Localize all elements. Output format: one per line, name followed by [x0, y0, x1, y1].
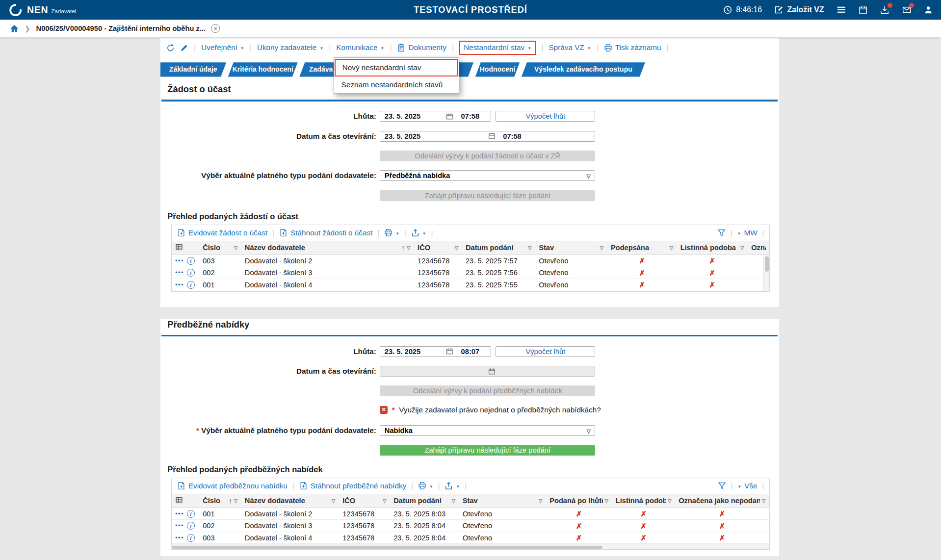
tisk-zaznamu-link[interactable]: Tisk záznamu	[604, 43, 661, 52]
row-actions-icon[interactable]	[175, 511, 184, 517]
row-actions-icon[interactable]	[175, 270, 184, 276]
filter-caret-icon[interactable]	[234, 498, 238, 504]
view-selector[interactable]: Vše	[737, 482, 757, 490]
calendar-icon[interactable]	[446, 113, 456, 120]
komunikace-menu[interactable]: Komunikace	[336, 43, 384, 52]
column-header-listinna[interactable]: Listinná podoba	[677, 241, 748, 255]
menu-item-seznam-nestandardnich-stavu[interactable]: Seznam nestandardních stavů	[335, 76, 458, 93]
filter-caret-icon[interactable]	[455, 245, 459, 251]
info-icon[interactable]	[187, 257, 195, 265]
zalozit-vz-button[interactable]: Založit VZ	[775, 5, 824, 14]
table-row[interactable]: 002 Dodavatel - školení 3 12345678 23. 5…	[172, 520, 770, 532]
row-actions-icon[interactable]	[175, 535, 184, 541]
column-header-datum[interactable]: Datum podání	[390, 494, 459, 508]
tab-zakladni-udaje[interactable]: Základní údaje	[160, 62, 227, 76]
close-icon[interactable]	[211, 24, 220, 33]
info-icon[interactable]	[187, 510, 195, 518]
filter-caret-icon[interactable]	[605, 498, 609, 504]
odeslani-vyzvy-button[interactable]: Odeslání výzvy k podání předběžných nabí…	[380, 385, 595, 396]
table-row[interactable]: 001 Dodavatel - školení 4 12345678 23. 5…	[172, 279, 770, 291]
filter-caret-icon[interactable]	[452, 498, 456, 504]
menu-item-novy-nestandardni-stav[interactable]: Nový nestandardní stav	[335, 59, 458, 77]
downloads-icon[interactable]	[880, 5, 889, 14]
print-menu-button[interactable]	[418, 482, 433, 490]
column-header-stav[interactable]: Stav	[459, 494, 546, 508]
info-icon[interactable]	[187, 522, 195, 530]
column-header-nazev[interactable]: Název dodavatele	[241, 494, 339, 508]
evidovat-nabidku-link[interactable]: Evidovat předběžnou nabídku	[177, 482, 288, 490]
info-icon[interactable]	[187, 269, 195, 277]
calendar-icon[interactable]	[446, 348, 456, 355]
column-header-listinna[interactable]: Listinná podoba	[612, 494, 675, 508]
column-header-podepsana[interactable]: Podepsána	[607, 241, 677, 255]
filter-caret-icon[interactable]	[528, 245, 532, 251]
export-menu-button[interactable]	[444, 482, 460, 490]
tab-kriteria-hodnoceni[interactable]: Kritéria hodnocení	[228, 62, 298, 76]
otevirani-datetime-input[interactable]: 23. 5. 2025 07:58	[380, 131, 595, 142]
nen-brand[interactable]: NEN Zadavatel	[8, 3, 76, 17]
export-menu-button[interactable]	[411, 229, 426, 237]
print-menu-button[interactable]	[384, 229, 399, 237]
row-actions-icon[interactable]	[175, 282, 184, 288]
tab-hodnoceni[interactable]: Hodnocení	[475, 62, 520, 76]
row-actions-icon[interactable]	[175, 258, 184, 264]
filter-icon[interactable]	[717, 229, 726, 237]
calendar-icon[interactable]	[488, 132, 498, 140]
column-settings-header[interactable]	[172, 241, 199, 255]
ukony-zadavatele-menu[interactable]: Úkony zadavatele	[257, 43, 323, 52]
filter-caret-icon[interactable]	[332, 498, 336, 504]
table-row[interactable]: 003 Dodavatel - školení 4 12345678 23. 5…	[172, 532, 770, 544]
messages-icon[interactable]	[902, 5, 911, 14]
row-actions-icon[interactable]	[175, 523, 184, 529]
column-header-oznacena[interactable]: Označena jako nepodaná	[675, 494, 769, 508]
column-header-cislo[interactable]: Číslo	[199, 241, 241, 255]
calendar-icon[interactable]	[859, 5, 867, 14]
view-selector[interactable]: MW	[737, 229, 757, 237]
filter-caret-icon[interactable]	[740, 245, 744, 251]
info-icon[interactable]	[187, 534, 195, 542]
no-indicator-icon[interactable]	[380, 406, 388, 414]
edit-icon[interactable]	[180, 44, 188, 52]
filter-caret-icon[interactable]	[670, 245, 674, 251]
odeslani-vyzvy-button[interactable]: Odeslání výzvy k podání žádosti o účast …	[380, 151, 595, 161]
tab-vysledek[interactable]: Výsledek zadávacího postupu	[522, 62, 645, 76]
user-icon[interactable]	[924, 5, 933, 14]
typ-podani-select[interactable]: Předběžná nabídka	[380, 170, 595, 181]
filter-caret-icon[interactable]	[407, 245, 411, 251]
uverejneni-menu[interactable]: Uveřejnění	[201, 43, 244, 52]
filter-caret-icon[interactable]	[383, 498, 387, 504]
filter-caret-icon[interactable]	[762, 498, 766, 504]
filter-caret-icon[interactable]	[668, 498, 672, 504]
nestandardni-stav-menu-button[interactable]: Nestandardní stav	[459, 41, 536, 55]
table-row[interactable]: 003 Dodavatel - školení 2 12345678 23. 5…	[172, 255, 770, 267]
column-header-podana[interactable]: Podaná po lhůtě	[546, 494, 612, 508]
column-header-datum[interactable]: Datum podání	[462, 241, 535, 255]
vypocet-lhut-button[interactable]: Výpočet lhůt	[496, 346, 595, 357]
typ-podani-select[interactable]: Nabídka	[380, 425, 595, 436]
table-row[interactable]: 002 Dodavatel - školení 3 12345678 23. 5…	[172, 267, 770, 279]
column-header-stav[interactable]: Stav	[535, 241, 607, 255]
sprava-vz-menu[interactable]: Správa VZ	[549, 43, 591, 52]
zahajit-fazi-button[interactable]: Zahájit přípravu následující fáze podání	[380, 445, 595, 456]
lhuta-datetime-input[interactable]: 23. 5. 2025 07:58	[380, 111, 491, 122]
filter-icon[interactable]	[718, 482, 726, 490]
filter-caret-icon[interactable]	[539, 498, 543, 504]
stahnout-nabidky-link[interactable]: Stáhnout předběžné nabídky	[299, 482, 407, 490]
home-icon[interactable]	[10, 24, 19, 33]
column-header-oznacena[interactable]: Označena jako nepodaná	[748, 241, 769, 255]
horizontal-scrollbar[interactable]	[172, 544, 770, 549]
table-row[interactable]: 001 Dodavatel - školení 2 12345678 23. 5…	[172, 508, 770, 520]
dokumenty-link[interactable]: Dokumenty	[397, 43, 446, 52]
column-header-nazev[interactable]: Název dodavatele↑	[241, 241, 414, 255]
record-tab[interactable]: N006/25/V00004950 - Zajištění interního …	[36, 24, 220, 33]
column-header-ico[interactable]: IČO	[339, 494, 390, 508]
lhuta-datetime-input[interactable]: 23. 5. 2025 08:07	[380, 346, 491, 357]
vertical-scrollbar[interactable]	[763, 255, 769, 291]
refresh-icon[interactable]	[166, 44, 175, 52]
info-icon[interactable]	[187, 281, 195, 289]
column-header-cislo[interactable]: Číslo↑	[199, 494, 241, 508]
vypocet-lhut-button[interactable]: Výpočet lhůt	[496, 111, 595, 122]
filter-caret-icon[interactable]	[234, 245, 238, 251]
column-settings-header[interactable]	[172, 494, 199, 508]
stahnout-zadosti-link[interactable]: Stáhnout žádosti o účast	[279, 229, 373, 237]
